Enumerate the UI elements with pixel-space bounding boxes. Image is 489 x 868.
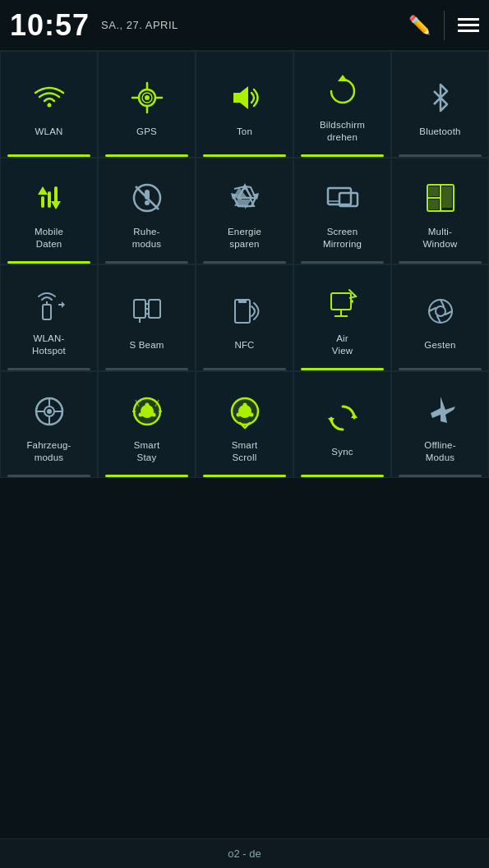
qs-tile-energie-sparen[interactable]: Energiesparen (196, 158, 293, 264)
smart-scroll-label: SmartScroll (232, 439, 258, 464)
multi-window-active-bar (399, 261, 482, 264)
qs-tile-wlan-hotspot[interactable]: WLAN-Hotspot (0, 264, 98, 371)
svg-rect-32 (149, 300, 160, 318)
nfc-icon (224, 290, 266, 333)
status-icons: ✏️ (408, 11, 479, 40)
s-beam-active-bar (105, 368, 188, 370)
energie-sparen-icon (224, 177, 266, 219)
status-divider (444, 11, 445, 40)
qs-tile-mobile-daten[interactable]: MobileDaten (0, 158, 98, 264)
bluetooth-active-bar (399, 154, 482, 157)
svg-marker-59 (328, 418, 334, 423)
offline-modus-active-bar (399, 475, 482, 477)
qs-tile-smart-stay[interactable]: SmartStay (98, 371, 196, 478)
qs-tile-nfc[interactable]: NFC (196, 264, 293, 371)
bildschirm-drehen-icon (321, 70, 364, 113)
mobile-daten-active-bar (7, 261, 90, 264)
qs-tile-sync[interactable]: Sync (293, 371, 391, 478)
bottom-bar: o2 - de (0, 838, 489, 868)
bildschirm-drehen-label: Bildschirmdrehen (320, 119, 365, 144)
date: SA., 27. APRIL (101, 19, 408, 31)
ton-active-bar (203, 154, 286, 157)
svg-marker-11 (51, 201, 61, 209)
svg-marker-9 (338, 75, 348, 81)
quick-settings-grid: WLAN GPS Ton Bildschirmdrehen Bluetooth … (0, 51, 489, 478)
gps-label: GPS (136, 126, 157, 138)
gesten-label: Gesten (424, 339, 455, 351)
qs-tile-s-beam[interactable]: S Beam (98, 264, 196, 371)
ruhemodus-active-bar (105, 261, 188, 264)
svg-point-47 (47, 409, 52, 414)
svg-point-50 (145, 403, 149, 407)
svg-point-0 (47, 103, 51, 107)
qs-tile-ton[interactable]: Ton (196, 51, 293, 158)
bluetooth-icon (419, 76, 462, 119)
ton-icon (224, 76, 266, 119)
air-view-icon (321, 283, 364, 326)
svg-rect-25 (429, 200, 439, 209)
svg-rect-24 (429, 186, 439, 196)
air-view-active-bar (301, 368, 384, 370)
qs-tile-multi-window[interactable]: Multi-Window (391, 158, 489, 264)
gps-icon (126, 76, 168, 119)
qs-tile-smart-scroll[interactable]: SmartScroll (196, 371, 293, 478)
energie-sparen-active-bar (203, 261, 286, 264)
energie-sparen-label: Energiesparen (228, 226, 261, 250)
smart-scroll-icon (224, 390, 266, 433)
s-beam-icon (126, 290, 168, 333)
nfc-active-bar (203, 368, 286, 370)
clock: 10:57 (10, 8, 90, 43)
svg-point-56 (249, 413, 253, 417)
ruhemodus-label: Ruhe-modus (132, 226, 162, 250)
s-beam-label: S Beam (129, 339, 164, 351)
fahrzeug-modus-label: Fahrzeug-modus (26, 439, 71, 464)
bluetooth-label: Bluetooth (419, 126, 460, 138)
sync-label: Sync (331, 446, 353, 458)
sync-active-bar (301, 475, 384, 477)
bildschirm-drehen-active-bar (301, 154, 384, 157)
smart-scroll-active-bar (203, 475, 286, 477)
svg-point-14 (145, 200, 150, 205)
multi-window-icon (419, 177, 462, 219)
svg-point-55 (242, 403, 247, 407)
mobile-daten-label: MobileDaten (35, 226, 63, 250)
smart-stay-label: SmartStay (134, 439, 160, 464)
gesten-icon (419, 290, 462, 333)
hamburger-menu-icon[interactable] (458, 18, 479, 32)
qs-tile-gesten[interactable]: Gesten (391, 264, 489, 371)
qs-tile-bildschirm-drehen[interactable]: Bildschirmdrehen (293, 51, 391, 158)
qs-tile-air-view[interactable]: AirView (293, 264, 391, 371)
qs-tile-offline-modus[interactable]: Offline-Modus (391, 371, 489, 478)
offline-modus-icon (419, 390, 462, 433)
qs-tile-screen-mirroring[interactable]: ScreenMirroring (293, 158, 391, 264)
wlan-label: WLAN (35, 126, 62, 138)
svg-point-2 (145, 95, 150, 100)
wlan-hotspot-icon (28, 283, 71, 326)
carrier-label: o2 - de (228, 847, 261, 860)
wlan-icon (28, 76, 71, 119)
svg-rect-30 (134, 300, 145, 318)
svg-point-51 (151, 413, 155, 417)
qs-tile-ruhemodus[interactable]: Ruhe-modus (98, 158, 196, 264)
qs-tile-gps[interactable]: GPS (98, 51, 196, 158)
svg-rect-33 (235, 300, 250, 323)
svg-point-52 (138, 413, 142, 417)
svg-marker-10 (38, 186, 48, 195)
wlan-active-bar (7, 154, 90, 157)
screen-mirroring-icon (321, 177, 364, 219)
wlan-hotspot-active-bar (7, 368, 90, 370)
ruhemodus-icon (126, 177, 168, 219)
svg-rect-27 (43, 305, 51, 319)
wlan-hotspot-label: WLAN-Hotspot (32, 333, 66, 357)
qs-tile-wlan[interactable]: WLAN (0, 51, 98, 158)
air-view-label: AirView (332, 333, 353, 357)
svg-rect-35 (331, 293, 351, 310)
svg-marker-58 (351, 413, 358, 418)
smart-stay-active-bar (105, 475, 188, 477)
qs-tile-fahrzeug-modus[interactable]: Fahrzeug-modus (0, 371, 98, 478)
svg-point-39 (429, 300, 452, 323)
svg-point-38 (350, 300, 353, 303)
qs-tile-bluetooth[interactable]: Bluetooth (391, 51, 489, 158)
svg-point-57 (236, 413, 240, 417)
pencil-icon: ✏️ (408, 15, 431, 36)
